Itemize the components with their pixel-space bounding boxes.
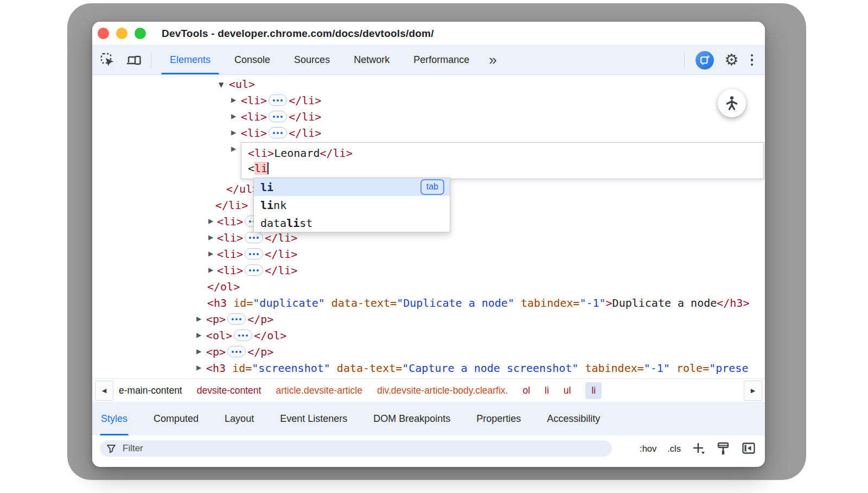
- syntax-attr: data-text=: [325, 296, 397, 309]
- kebab-menu-icon[interactable]: [751, 54, 754, 66]
- dom-node-text: <ol></ol>: [206, 327, 286, 344]
- syntax-tag: <li>: [241, 127, 267, 140]
- dom-tree-row[interactable]: [92, 75, 765, 76]
- syntax-txt: Duplicate a node: [612, 296, 717, 309]
- autocomplete-item-datalist[interactable]: datalist: [254, 214, 450, 232]
- autocomplete-item-link[interactable]: link: [254, 196, 450, 214]
- toggle-sidebar-panel-icon[interactable]: [742, 441, 756, 456]
- toolbar-divider: [684, 52, 685, 68]
- syntax-attr: tabindex=: [578, 362, 643, 375]
- toggle-classes-button[interactable]: .cls: [667, 444, 681, 454]
- syntax-val: "-1": [644, 362, 670, 375]
- crumb-article[interactable]: article.devsite-article: [276, 385, 362, 396]
- expand-inline-ellipsis-button[interactable]: [234, 330, 252, 341]
- crumb-devsite-content[interactable]: devsite-content: [197, 385, 261, 396]
- ai-assistance-icon[interactable]: [695, 51, 714, 69]
- inspect-element-icon[interactable]: [100, 52, 116, 68]
- breadcrumb-scroll-left-button[interactable]: ◀: [95, 381, 113, 401]
- expand-inline-ellipsis-button[interactable]: [269, 127, 287, 138]
- dom-node-text: <li></li>: [217, 262, 297, 279]
- zoom-window-button[interactable]: [135, 28, 146, 39]
- expand-arrow-icon[interactable]: ▶: [208, 233, 213, 241]
- dom-tree-row[interactable]: ▶<h3 id="screenshot" data-text="Capture …: [92, 360, 765, 376]
- syntax-tag: <li>: [241, 110, 267, 123]
- dom-tree-row[interactable]: ▶<li></li>: [92, 246, 765, 262]
- syntax-tag: <li>: [217, 231, 243, 244]
- filter-pill[interactable]: [100, 440, 612, 457]
- dom-tree-row[interactable]: <h3 id="duplicate" data-text="Duplicate …: [92, 295, 765, 311]
- accessibility-overlay-button[interactable]: [718, 89, 746, 117]
- dom-node-text: <h3 id="screenshot" data-text="Capture a…: [206, 360, 748, 376]
- tab-layout[interactable]: Layout: [224, 402, 255, 435]
- syntax-attr: tabindex=: [514, 296, 579, 309]
- tab-properties[interactable]: Properties: [475, 402, 522, 435]
- expand-inline-ellipsis-button[interactable]: [245, 232, 263, 243]
- dom-node-text: <li></li>: [241, 109, 321, 125]
- expand-inline-ellipsis-button[interactable]: [227, 346, 246, 357]
- crumb-div-body[interactable]: div.devsite-article-body.clearfix.: [377, 385, 508, 396]
- expand-arrow-icon[interactable]: ▶: [196, 315, 201, 323]
- autocomplete-item-li[interactable]: li tab: [254, 178, 450, 196]
- devtools-window: DevTools - developer.chrome.com/docs/dev…: [92, 22, 765, 467]
- tab-elements[interactable]: Elements: [158, 46, 222, 74]
- expand-arrow-icon[interactable]: ▶: [231, 96, 236, 104]
- more-tabs-icon[interactable]: »: [481, 46, 504, 74]
- syntax-tag: >: [606, 296, 612, 309]
- tab-sources[interactable]: Sources: [282, 46, 342, 74]
- dom-tree-row[interactable]: ▶<li></li>: [92, 92, 765, 109]
- crumb-e-main-content[interactable]: e-main-content: [119, 385, 182, 396]
- tab-computed[interactable]: Computed: [152, 402, 200, 435]
- expand-arrow-icon[interactable]: ▶: [196, 347, 201, 355]
- toggle-hover-state-button[interactable]: :hov: [640, 444, 656, 454]
- syntax-tag: </h3>: [717, 296, 749, 309]
- expand-inline-ellipsis-button[interactable]: [269, 94, 287, 106]
- settings-gear-icon[interactable]: ⚙: [725, 52, 739, 68]
- expand-inline-ellipsis-button[interactable]: [245, 264, 263, 276]
- tab-dom-breakpoints[interactable]: DOM Breakpoints: [372, 402, 451, 435]
- expand-arrow-icon[interactable]: ▶: [196, 331, 201, 339]
- breadcrumb-scroll-right-button[interactable]: ▶: [744, 381, 762, 401]
- crumb-li[interactable]: li: [545, 385, 549, 396]
- dom-tree-row[interactable]: ▶<li></li>: [92, 109, 765, 125]
- styles-filter-row: :hov .cls: [92, 435, 765, 462]
- dom-tree-row[interactable]: </ol>: [92, 279, 765, 295]
- filter-funnel-icon: [106, 444, 116, 453]
- expand-inline-ellipsis-button[interactable]: [269, 111, 287, 122]
- dom-node-text: <li></li>: [241, 125, 321, 141]
- expand-inline-ellipsis-button[interactable]: [245, 248, 263, 260]
- dom-tree-row[interactable]: ▶<ol></ol>: [92, 327, 765, 344]
- syntax-tag: <li>: [217, 264, 243, 277]
- close-window-button[interactable]: [98, 28, 109, 39]
- dom-tree-row[interactable]: ▶<li></li>: [92, 262, 765, 279]
- expand-arrow-icon[interactable]: ▶: [208, 217, 213, 225]
- tab-styles[interactable]: Styles: [100, 402, 129, 435]
- expand-arrow-icon[interactable]: ▶: [231, 112, 236, 120]
- device-toolbar-icon[interactable]: [126, 52, 142, 68]
- tab-event-listeners[interactable]: Event Listeners: [279, 402, 348, 435]
- dom-tree-row[interactable]: ▼<ul>: [92, 76, 765, 92]
- expand-arrow-icon[interactable]: ▶: [196, 364, 201, 371]
- syntax-val: "screenshot": [252, 362, 330, 375]
- expand-arrow-icon[interactable]: ▶: [231, 129, 236, 136]
- tab-performance[interactable]: Performance: [401, 46, 481, 74]
- crumb-li-selected[interactable]: li: [585, 382, 602, 399]
- dom-tree-row[interactable]: ▶<p></p>: [92, 344, 765, 360]
- dom-tree-row[interactable]: ▶<li></li>: [92, 125, 765, 141]
- rendering-paint-icon[interactable]: [717, 441, 731, 456]
- tab-network[interactable]: Network: [342, 46, 401, 74]
- new-style-rule-plus-icon[interactable]: [692, 441, 706, 456]
- expand-arrow-icon[interactable]: ▶: [208, 250, 213, 257]
- styles-filter-input[interactable]: [122, 443, 605, 454]
- node-edit-box[interactable]: <li>Leonard</li> <li: [241, 142, 764, 179]
- minimize-window-button[interactable]: [116, 28, 127, 39]
- crumb-ol[interactable]: ol: [522, 385, 530, 396]
- expand-arrow-icon[interactable]: ▶: [231, 145, 236, 153]
- expand-arrow-icon[interactable]: ▶: [208, 266, 213, 274]
- expand-inline-ellipsis-button[interactable]: [227, 313, 246, 325]
- tab-console[interactable]: Console: [222, 46, 282, 74]
- crumb-ul[interactable]: ul: [564, 385, 571, 396]
- syntax-val: "prese: [709, 362, 748, 375]
- collapse-arrow-icon[interactable]: ▼: [219, 81, 224, 89]
- tab-accessibility[interactable]: Accessibility: [546, 402, 601, 435]
- dom-tree-row[interactable]: ▶<p></p>: [92, 311, 765, 327]
